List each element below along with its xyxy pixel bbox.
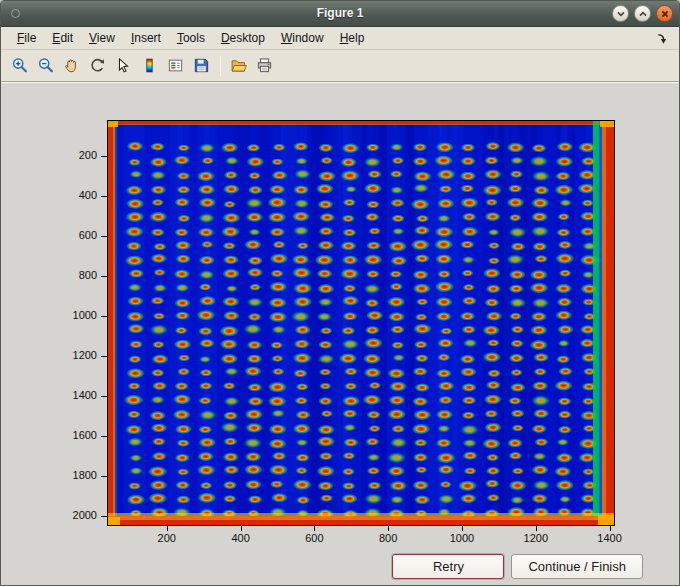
dock-figure-icon[interactable] [656, 32, 669, 45]
close-button[interactable] [656, 5, 673, 22]
action-button-row: Retry Continue / Finish [392, 554, 643, 579]
rotate-3d-icon [89, 57, 106, 74]
x-tick-label: 600 [292, 532, 336, 544]
y-tick-label: 1200 [37, 349, 97, 361]
menubar: File Edit View Insert Tools Desktop Wind… [1, 27, 679, 50]
y-tick-mark [101, 356, 107, 357]
x-tick-label: 200 [145, 532, 189, 544]
y-tick-label: 800 [37, 269, 97, 281]
toolbar-separator [220, 56, 221, 76]
y-tick-label: 1400 [37, 389, 97, 401]
x-tick-mark [388, 526, 389, 531]
chevron-up-icon [638, 9, 648, 19]
y-tick-label: 1000 [37, 309, 97, 321]
y-tick-label: 1600 [37, 429, 97, 441]
y-tick-mark [101, 156, 107, 157]
x-tick-label: 1400 [588, 532, 632, 544]
open-folder-icon [230, 57, 247, 74]
y-tick-label: 1800 [37, 469, 97, 481]
data-cursor-button[interactable] [111, 53, 136, 78]
y-tick-mark [101, 236, 107, 237]
x-tick-mark [314, 526, 315, 531]
pan-hand-icon [63, 57, 80, 74]
y-tick-mark [101, 196, 107, 197]
figure-toolbar [1, 50, 679, 82]
y-tick-mark [101, 276, 107, 277]
y-tick-mark [101, 436, 107, 437]
menu-desktop[interactable]: Desktop [213, 28, 273, 49]
zoom-out-button[interactable] [33, 53, 58, 78]
y-tick-label: 2000 [37, 509, 97, 521]
menu-tools[interactable]: Tools [169, 28, 213, 49]
menu-insert[interactable]: Insert [123, 28, 169, 49]
legend-icon [167, 57, 184, 74]
x-tick-mark [610, 526, 611, 531]
y-tick-label: 200 [37, 149, 97, 161]
menu-help[interactable]: Help [332, 28, 373, 49]
zoom-in-icon [11, 57, 28, 74]
maximize-button[interactable] [634, 5, 651, 22]
continue-finish-button[interactable]: Continue / Finish [511, 554, 643, 579]
colorbar-icon [141, 57, 158, 74]
y-tick-mark [101, 316, 107, 317]
figure-canvas-area: Retry Continue / Finish 2004006008001000… [1, 82, 679, 585]
x-tick-label: 800 [366, 532, 410, 544]
window-controls [612, 5, 673, 22]
window-title: Figure 1 [1, 6, 679, 20]
microarray-scan-image[interactable] [108, 121, 614, 525]
y-tick-label: 600 [37, 229, 97, 241]
retry-button[interactable]: Retry [392, 554, 504, 579]
x-tick-mark [167, 526, 168, 531]
figure-window: Figure 1 File Edit View Insert Tools Des… [0, 0, 680, 586]
x-tick-label: 400 [219, 532, 263, 544]
save-icon [193, 57, 210, 74]
y-tick-mark [101, 516, 107, 517]
minimize-button[interactable] [612, 5, 629, 22]
pan-button[interactable] [59, 53, 84, 78]
y-tick-label: 400 [37, 189, 97, 201]
y-tick-mark [101, 396, 107, 397]
x-tick-mark [462, 526, 463, 531]
data-cursor-icon [115, 57, 132, 74]
print-figure-button[interactable] [252, 53, 277, 78]
insert-colorbar-button[interactable] [137, 53, 162, 78]
open-file-button[interactable] [226, 53, 251, 78]
x-tick-label: 1200 [514, 532, 558, 544]
titlebar[interactable]: Figure 1 [1, 1, 679, 27]
x-tick-mark [241, 526, 242, 531]
zoom-out-icon [37, 57, 54, 74]
y-tick-mark [101, 476, 107, 477]
x-tick-label: 1000 [440, 532, 484, 544]
menu-edit[interactable]: Edit [44, 28, 81, 49]
rotate-3d-button[interactable] [85, 53, 110, 78]
insert-legend-button[interactable] [163, 53, 188, 78]
menu-window[interactable]: Window [273, 28, 332, 49]
x-tick-mark [536, 526, 537, 531]
menu-file[interactable]: File [9, 28, 44, 49]
close-icon [660, 9, 670, 19]
axes-plot-box [107, 120, 615, 526]
zoom-in-button[interactable] [7, 53, 32, 78]
printer-icon [256, 57, 273, 74]
menu-view[interactable]: View [81, 28, 123, 49]
chevron-down-icon [616, 9, 626, 19]
save-figure-button[interactable] [189, 53, 214, 78]
